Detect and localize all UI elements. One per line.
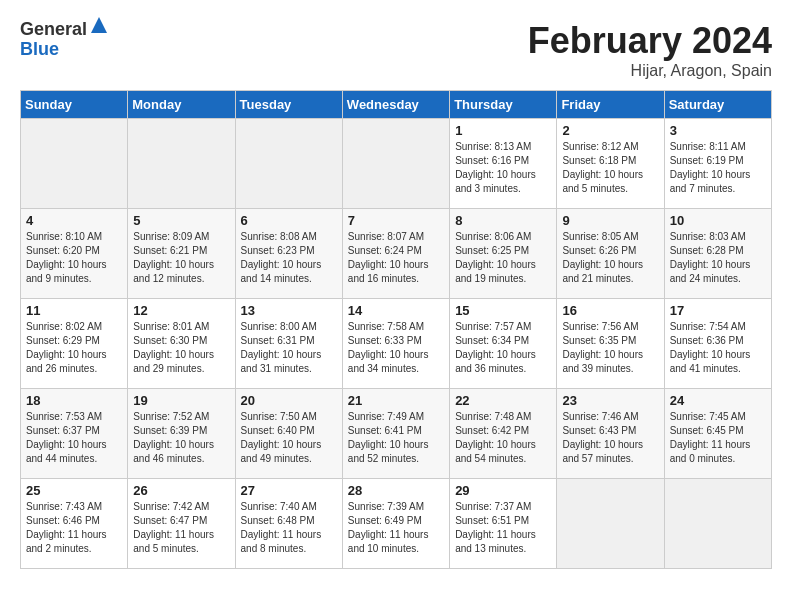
- column-header-friday: Friday: [557, 91, 664, 119]
- day-number: 18: [26, 393, 122, 408]
- day-number: 29: [455, 483, 551, 498]
- day-number: 22: [455, 393, 551, 408]
- column-header-sunday: Sunday: [21, 91, 128, 119]
- calendar-cell: 18Sunrise: 7:53 AM Sunset: 6:37 PM Dayli…: [21, 389, 128, 479]
- svg-marker-0: [91, 17, 107, 33]
- calendar-cell: 2Sunrise: 8:12 AM Sunset: 6:18 PM Daylig…: [557, 119, 664, 209]
- day-number: 15: [455, 303, 551, 318]
- calendar-cell: 7Sunrise: 8:07 AM Sunset: 6:24 PM Daylig…: [342, 209, 449, 299]
- logo-icon: [89, 15, 109, 35]
- day-number: 16: [562, 303, 658, 318]
- column-header-thursday: Thursday: [450, 91, 557, 119]
- calendar-week-4: 18Sunrise: 7:53 AM Sunset: 6:37 PM Dayli…: [21, 389, 772, 479]
- day-number: 20: [241, 393, 337, 408]
- calendar-cell: 12Sunrise: 8:01 AM Sunset: 6:30 PM Dayli…: [128, 299, 235, 389]
- calendar-cell: 24Sunrise: 7:45 AM Sunset: 6:45 PM Dayli…: [664, 389, 771, 479]
- day-number: 27: [241, 483, 337, 498]
- calendar-subtitle: Hijar, Aragon, Spain: [528, 62, 772, 80]
- day-info: Sunrise: 7:58 AM Sunset: 6:33 PM Dayligh…: [348, 320, 444, 376]
- calendar-cell: 21Sunrise: 7:49 AM Sunset: 6:41 PM Dayli…: [342, 389, 449, 479]
- column-header-saturday: Saturday: [664, 91, 771, 119]
- calendar-header-row: SundayMondayTuesdayWednesdayThursdayFrid…: [21, 91, 772, 119]
- column-header-monday: Monday: [128, 91, 235, 119]
- day-number: 10: [670, 213, 766, 228]
- day-info: Sunrise: 7:48 AM Sunset: 6:42 PM Dayligh…: [455, 410, 551, 466]
- day-number: 2: [562, 123, 658, 138]
- day-info: Sunrise: 7:54 AM Sunset: 6:36 PM Dayligh…: [670, 320, 766, 376]
- calendar-week-2: 4Sunrise: 8:10 AM Sunset: 6:20 PM Daylig…: [21, 209, 772, 299]
- day-info: Sunrise: 7:52 AM Sunset: 6:39 PM Dayligh…: [133, 410, 229, 466]
- calendar-cell: 15Sunrise: 7:57 AM Sunset: 6:34 PM Dayli…: [450, 299, 557, 389]
- day-number: 26: [133, 483, 229, 498]
- day-info: Sunrise: 8:02 AM Sunset: 6:29 PM Dayligh…: [26, 320, 122, 376]
- day-number: 7: [348, 213, 444, 228]
- column-header-tuesday: Tuesday: [235, 91, 342, 119]
- calendar-cell: [128, 119, 235, 209]
- day-info: Sunrise: 8:10 AM Sunset: 6:20 PM Dayligh…: [26, 230, 122, 286]
- day-info: Sunrise: 7:56 AM Sunset: 6:35 PM Dayligh…: [562, 320, 658, 376]
- day-info: Sunrise: 8:01 AM Sunset: 6:30 PM Dayligh…: [133, 320, 229, 376]
- day-number: 9: [562, 213, 658, 228]
- calendar-cell: 14Sunrise: 7:58 AM Sunset: 6:33 PM Dayli…: [342, 299, 449, 389]
- calendar-cell: 26Sunrise: 7:42 AM Sunset: 6:47 PM Dayli…: [128, 479, 235, 569]
- calendar-cell: 6Sunrise: 8:08 AM Sunset: 6:23 PM Daylig…: [235, 209, 342, 299]
- day-number: 8: [455, 213, 551, 228]
- day-number: 19: [133, 393, 229, 408]
- title-block: February 2024 Hijar, Aragon, Spain: [528, 20, 772, 80]
- day-info: Sunrise: 7:37 AM Sunset: 6:51 PM Dayligh…: [455, 500, 551, 556]
- day-number: 25: [26, 483, 122, 498]
- day-info: Sunrise: 8:03 AM Sunset: 6:28 PM Dayligh…: [670, 230, 766, 286]
- calendar-cell: 11Sunrise: 8:02 AM Sunset: 6:29 PM Dayli…: [21, 299, 128, 389]
- day-number: 17: [670, 303, 766, 318]
- logo: General Blue: [20, 20, 109, 60]
- calendar-week-5: 25Sunrise: 7:43 AM Sunset: 6:46 PM Dayli…: [21, 479, 772, 569]
- calendar-cell: 4Sunrise: 8:10 AM Sunset: 6:20 PM Daylig…: [21, 209, 128, 299]
- day-info: Sunrise: 8:13 AM Sunset: 6:16 PM Dayligh…: [455, 140, 551, 196]
- calendar-cell: [21, 119, 128, 209]
- day-info: Sunrise: 7:49 AM Sunset: 6:41 PM Dayligh…: [348, 410, 444, 466]
- day-info: Sunrise: 7:57 AM Sunset: 6:34 PM Dayligh…: [455, 320, 551, 376]
- day-info: Sunrise: 7:53 AM Sunset: 6:37 PM Dayligh…: [26, 410, 122, 466]
- calendar-cell: 23Sunrise: 7:46 AM Sunset: 6:43 PM Dayli…: [557, 389, 664, 479]
- calendar-cell: 25Sunrise: 7:43 AM Sunset: 6:46 PM Dayli…: [21, 479, 128, 569]
- calendar-cell: [235, 119, 342, 209]
- day-info: Sunrise: 8:11 AM Sunset: 6:19 PM Dayligh…: [670, 140, 766, 196]
- day-info: Sunrise: 8:07 AM Sunset: 6:24 PM Dayligh…: [348, 230, 444, 286]
- day-number: 6: [241, 213, 337, 228]
- day-number: 12: [133, 303, 229, 318]
- calendar-cell: 29Sunrise: 7:37 AM Sunset: 6:51 PM Dayli…: [450, 479, 557, 569]
- calendar-cell: 19Sunrise: 7:52 AM Sunset: 6:39 PM Dayli…: [128, 389, 235, 479]
- calendar-cell: 16Sunrise: 7:56 AM Sunset: 6:35 PM Dayli…: [557, 299, 664, 389]
- day-number: 21: [348, 393, 444, 408]
- day-info: Sunrise: 8:00 AM Sunset: 6:31 PM Dayligh…: [241, 320, 337, 376]
- day-number: 28: [348, 483, 444, 498]
- calendar-cell: 1Sunrise: 8:13 AM Sunset: 6:16 PM Daylig…: [450, 119, 557, 209]
- day-info: Sunrise: 7:50 AM Sunset: 6:40 PM Dayligh…: [241, 410, 337, 466]
- day-number: 1: [455, 123, 551, 138]
- calendar-cell: 9Sunrise: 8:05 AM Sunset: 6:26 PM Daylig…: [557, 209, 664, 299]
- calendar-title: February 2024: [528, 20, 772, 62]
- calendar-cell: 5Sunrise: 8:09 AM Sunset: 6:21 PM Daylig…: [128, 209, 235, 299]
- calendar-cell: [664, 479, 771, 569]
- day-info: Sunrise: 8:08 AM Sunset: 6:23 PM Dayligh…: [241, 230, 337, 286]
- logo-blue: Blue: [20, 39, 59, 59]
- column-header-wednesday: Wednesday: [342, 91, 449, 119]
- day-info: Sunrise: 7:45 AM Sunset: 6:45 PM Dayligh…: [670, 410, 766, 466]
- calendar-week-1: 1Sunrise: 8:13 AM Sunset: 6:16 PM Daylig…: [21, 119, 772, 209]
- day-info: Sunrise: 7:43 AM Sunset: 6:46 PM Dayligh…: [26, 500, 122, 556]
- day-info: Sunrise: 8:05 AM Sunset: 6:26 PM Dayligh…: [562, 230, 658, 286]
- day-info: Sunrise: 8:06 AM Sunset: 6:25 PM Dayligh…: [455, 230, 551, 286]
- day-number: 5: [133, 213, 229, 228]
- day-info: Sunrise: 7:39 AM Sunset: 6:49 PM Dayligh…: [348, 500, 444, 556]
- day-number: 3: [670, 123, 766, 138]
- calendar-cell: 17Sunrise: 7:54 AM Sunset: 6:36 PM Dayli…: [664, 299, 771, 389]
- calendar-cell: 13Sunrise: 8:00 AM Sunset: 6:31 PM Dayli…: [235, 299, 342, 389]
- day-info: Sunrise: 8:12 AM Sunset: 6:18 PM Dayligh…: [562, 140, 658, 196]
- day-number: 23: [562, 393, 658, 408]
- calendar-cell: 8Sunrise: 8:06 AM Sunset: 6:25 PM Daylig…: [450, 209, 557, 299]
- day-info: Sunrise: 7:40 AM Sunset: 6:48 PM Dayligh…: [241, 500, 337, 556]
- calendar-cell: [342, 119, 449, 209]
- calendar-cell: 3Sunrise: 8:11 AM Sunset: 6:19 PM Daylig…: [664, 119, 771, 209]
- calendar-week-3: 11Sunrise: 8:02 AM Sunset: 6:29 PM Dayli…: [21, 299, 772, 389]
- calendar-cell: 27Sunrise: 7:40 AM Sunset: 6:48 PM Dayli…: [235, 479, 342, 569]
